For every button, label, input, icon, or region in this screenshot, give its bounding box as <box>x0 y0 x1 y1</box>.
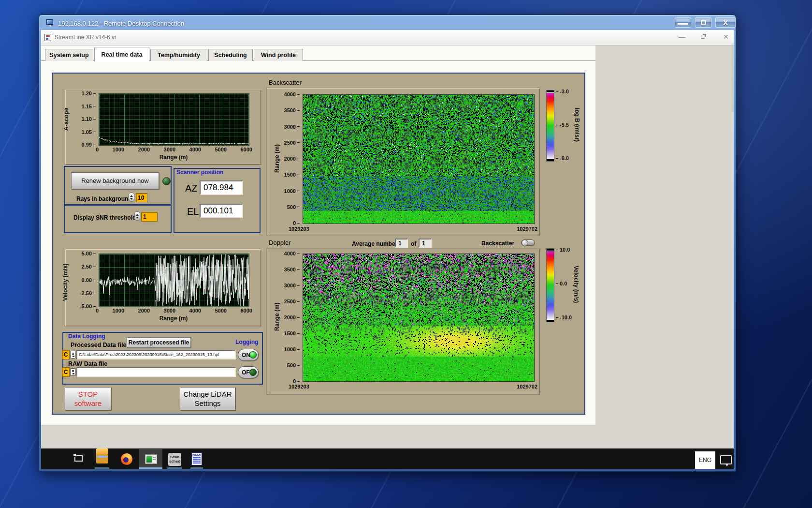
maximize-icon <box>701 20 706 25</box>
snr-spinner[interactable] <box>134 211 140 221</box>
scanner-position-title: Scanner position <box>176 169 223 176</box>
doppler-x-start: 1029203 <box>289 384 309 389</box>
rdp-maximize-button[interactable] <box>695 17 711 28</box>
minimize-icon <box>678 23 688 25</box>
rdp-minimize-button[interactable] <box>675 17 691 28</box>
rdp-close-button[interactable]: X <box>715 17 736 28</box>
firefox-icon[interactable] <box>121 453 132 465</box>
tick-label: 0.0 <box>556 281 572 286</box>
app-close-button[interactable]: ✕ <box>723 33 729 40</box>
rays-value-field[interactable]: 10 <box>136 193 147 202</box>
backscatter-toggle-label: Backscatter <box>481 240 514 247</box>
tick-label: 1000 <box>284 346 300 352</box>
backscatter-colorbar-title: log B (/m/sr) <box>573 102 581 148</box>
tick-label: 6000 <box>240 308 252 314</box>
velocity-x-axis-title: Range (m) <box>99 315 248 322</box>
tick-label: 3000 <box>284 283 300 288</box>
rays-spinner[interactable] <box>129 193 134 202</box>
velocity-y-axis: 5.002.500.00-2.50-5.00 <box>71 251 96 309</box>
tab-scheduling[interactable]: Scheduling <box>208 49 253 61</box>
stop-line1: STOP <box>78 389 98 399</box>
tick-label: 500 <box>287 204 300 210</box>
tick-label: 1.15 <box>82 104 96 109</box>
processed-data-file-label: Processed Data file <box>71 342 126 348</box>
tick-label: 1.10 <box>82 116 96 122</box>
tab-temp-humidity[interactable]: Temp/humidity <box>150 49 207 61</box>
tick-label: 3000 <box>164 308 175 314</box>
raw-drive-selector[interactable]: C <box>62 367 70 377</box>
doppler-x-end: 1029702 <box>517 384 537 389</box>
restart-processed-file-button[interactable]: Restart processed file <box>127 337 191 348</box>
tick-label: 3000 <box>164 147 175 152</box>
rays-in-background-label: Rays in background <box>76 195 132 202</box>
average-total-field[interactable]: 1 <box>419 239 432 248</box>
tick-label: 4000 <box>189 308 201 314</box>
velocity-plot-canvas <box>99 254 249 307</box>
rdp-window-title: 192.168.0.122 - Remote Desktop Connectio… <box>58 20 184 27</box>
tick-label: 2000 <box>284 156 300 162</box>
processed-logging-switch[interactable]: ON <box>238 349 259 361</box>
change-line1: Change LiDAR <box>183 389 232 399</box>
tick-label: 2500 <box>284 140 300 146</box>
backscatter-y-axis: 40003500300025002000150010005000 <box>269 91 300 226</box>
scan-scheduler-icon[interactable]: Scan sched <box>168 453 181 466</box>
close-icon: X <box>723 19 728 26</box>
tick-label: 1.20 <box>82 90 96 96</box>
stop-software-button[interactable]: STOP software <box>65 387 111 410</box>
raw-path-type-icon[interactable] <box>71 368 75 376</box>
tick-label: 0 <box>96 308 99 314</box>
background-led-icon <box>162 177 171 185</box>
tick-label: 2.50 <box>82 264 96 269</box>
tick-label: 1.05 <box>82 129 96 135</box>
week-document-icon[interactable]: WEEK <box>191 452 202 465</box>
tick-label: 1000 <box>284 188 300 194</box>
tick-label: -8.0 <box>556 155 569 161</box>
raw-path-field[interactable] <box>76 367 236 377</box>
snr-threshold-label: Display SNR threshold <box>73 214 136 221</box>
backscatter-x-end: 1029702 <box>517 226 537 232</box>
renew-background-button[interactable]: Renew background now <box>71 172 159 189</box>
raw-data-file-label: RAW Data file <box>68 360 107 367</box>
change-lidar-settings-button[interactable]: Change LiDAR Settings <box>180 387 235 410</box>
doppler-colorbar <box>546 248 554 322</box>
raw-logging-switch[interactable]: OFF <box>238 366 259 378</box>
tick-label: -5.00 <box>80 303 96 309</box>
doppler-x-axis: 1029203 1029702 <box>289 384 537 389</box>
app-titlebar <box>41 30 734 45</box>
snr-value-field[interactable]: 1 <box>141 212 158 222</box>
language-indicator[interactable]: ENG <box>695 451 715 469</box>
tick-label: -10.0 <box>556 314 572 320</box>
tick-label: 2000 <box>284 314 300 320</box>
ascope-x-axis: 0100020003000400050006000 <box>96 147 252 152</box>
logging-off-led-icon <box>249 369 257 376</box>
doppler-title: Doppler <box>269 239 291 246</box>
desktop: 192.168.0.122 - Remote Desktop Connectio… <box>0 0 812 508</box>
logging-on-led-icon <box>249 351 257 359</box>
tick-label: 0.00 <box>82 277 96 283</box>
week-icon-text: WEEK <box>192 453 202 456</box>
doppler-colorbar-ticks: 10.00.0-10.0 <box>556 247 572 320</box>
app-minimize-button[interactable]: — <box>679 33 685 40</box>
tick-label: 1000 <box>113 308 124 314</box>
action-center-icon[interactable] <box>720 455 732 464</box>
tick-label: 1500 <box>284 172 300 178</box>
backscatter-x-start: 1029203 <box>289 226 309 232</box>
tick-label: 5000 <box>215 308 226 314</box>
tab-real-time-data[interactable]: Real time data <box>94 47 149 61</box>
processed-drive-selector[interactable]: C <box>62 350 70 359</box>
scan-icon-line2: sched <box>169 459 180 463</box>
backscatter-heatmap-canvas <box>303 94 535 224</box>
processed-path-type-icon[interactable] <box>71 351 75 359</box>
app-title: StreamLine XR v14-6.vi <box>55 34 116 41</box>
average-number-field[interactable]: 1 <box>395 239 408 248</box>
tick-label: -5.5 <box>556 122 569 128</box>
backscatter-x-axis: 1029203 1029702 <box>289 226 537 232</box>
doppler-heatmap-canvas <box>303 254 535 382</box>
streamline-app-icon[interactable] <box>145 454 157 464</box>
tick-label: 0.99 <box>82 142 96 148</box>
tab-wind-profile[interactable]: Wind profile <box>254 49 303 61</box>
tick-label: -2.50 <box>80 290 96 296</box>
processed-path-field[interactable]: C:\Lidar\Data\Proc\2023\202309\20230915\… <box>76 350 236 359</box>
backscatter-toggle-switch[interactable] <box>521 239 535 246</box>
tab-system-setup[interactable]: System setup <box>45 49 93 61</box>
